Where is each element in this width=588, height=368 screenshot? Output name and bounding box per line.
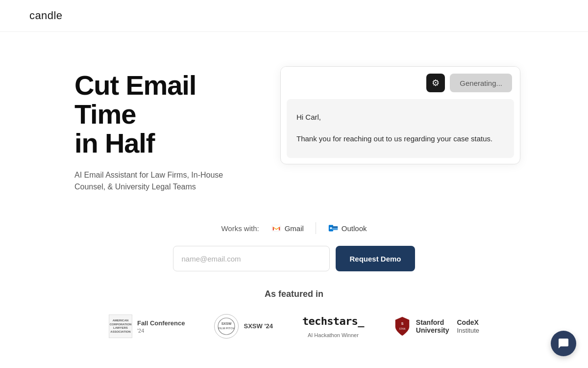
logo: candle [29,9,62,22]
featured-logos: AMERICANCORPORATIONLAWYERSASSOCIATION Fa… [29,314,559,339]
codex-text-block: CodeX Institute [457,318,480,335]
svg-text:FILM PITCH: FILM PITCH [219,327,235,330]
email-preview-card: ⚙ Generating... Hi Carl, Thank you for r… [280,66,520,164]
email-input[interactable] [173,246,330,271]
divider [316,222,316,234]
email-body-text: Thank you for reaching out to us regardi… [296,132,504,145]
outlook-icon [328,223,339,234]
codex-sublabel: Institute [457,327,480,335]
techstars-label: techstars_ [302,315,364,327]
gmail-badge: Gmail [271,223,304,234]
email-card-header: ⚙ Generating... [281,67,520,99]
header: candle [0,0,588,32]
gear-icon: ⚙ [432,78,440,88]
works-with-section: Works with: Gmail [0,212,588,271]
svg-text:S: S [401,322,403,325]
aba-text: Fall Conference '24 [137,319,185,334]
svg-point-6 [218,318,235,335]
hero-subtitle: AI Email Assistant for Law Firms, In-Hou… [74,169,251,193]
email-greeting: Hi Carl, [296,111,504,124]
stanford-name: Stanford [416,318,449,326]
featured-logo-techstars: techstars_ AI Hackathon Winner [302,315,364,338]
chat-icon [558,338,569,349]
chat-button[interactable] [551,331,576,356]
svg-text:STAN: STAN [399,327,405,330]
works-with-label: Works with: [221,224,259,233]
svg-point-5 [330,227,332,230]
featured-logo-sxsw: SXSW FILM PITCH SXSW '24 [214,314,272,339]
featured-logo-aba: AMERICANCORPORATIONLAWYERSASSOCIATION Fa… [109,315,185,338]
featured-title: As featured in [265,289,323,299]
codex-label: CodeX [457,318,480,327]
stanford-university: University [416,326,449,334]
aba-sublabel: '24 [137,328,185,334]
outlook-label: Outlook [342,224,367,233]
works-with-row: Works with: Gmail [221,222,367,234]
featured-logo-stanford: S STAN Stanford University CodeX Institu… [393,316,479,337]
svg-rect-4 [332,228,338,230]
gmail-label: Gmail [285,224,304,233]
aba-logo-icon: AMERICANCORPORATIONLAWYERSASSOCIATION [109,315,132,338]
email-body: Hi Carl, Thank you for reaching out to u… [287,99,514,158]
sxsw-label: SXSW '24 [244,322,272,331]
stanford-text-block: Stanford University [416,318,449,334]
request-demo-button[interactable]: Request Demo [336,246,415,271]
techstars-sublabel: AI Hackathon Winner [308,332,359,338]
svg-text:SXSW: SXSW [221,322,232,325]
settings-button[interactable]: ⚙ [426,74,445,92]
svg-rect-3 [332,227,338,228]
sxsw-circle-icon: SXSW FILM PITCH [214,314,239,339]
hero-left: Cut Email Time in Half AI Email Assistan… [74,66,251,193]
gmail-icon [271,223,282,234]
stanford-shield-icon: S STAN [393,316,411,337]
outlook-badge: Outlook [328,223,367,234]
cta-row: Request Demo [173,246,415,271]
aba-label: Fall Conference [137,319,185,328]
featured-section: As featured in AMERICANCORPORATIONLAWYER… [0,271,588,348]
hero-title: Cut Email Time in Half [74,71,251,158]
generating-button[interactable]: Generating... [450,74,512,92]
hero-section: Cut Email Time in Half AI Email Assistan… [0,32,588,212]
